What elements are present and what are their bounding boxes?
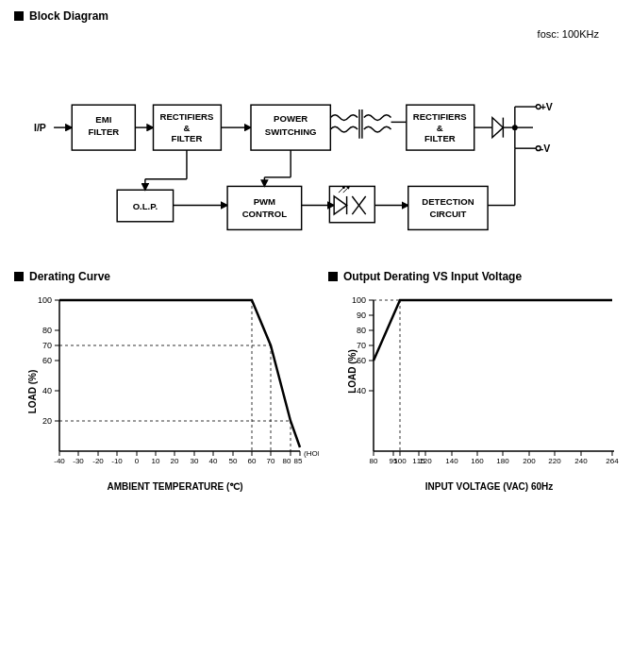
- svg-text:85: 85: [294, 457, 303, 465]
- svg-text:20: 20: [171, 457, 179, 465]
- svg-text:180: 180: [496, 457, 509, 465]
- output-derating-chart-container: 100 90 80 70 60 40 80 95: [328, 291, 632, 492]
- svg-text:60: 60: [357, 356, 366, 365]
- svg-text:&: &: [183, 123, 190, 133]
- svg-text:-30: -30: [73, 457, 84, 465]
- svg-text:&: &: [437, 123, 443, 133]
- svg-text:50: 50: [229, 457, 238, 465]
- output-derating-header: Output Derating VS Input Voltage: [328, 270, 632, 283]
- svg-text:FILTER: FILTER: [172, 133, 203, 143]
- output-derating-title: Output Derating VS Input Voltage: [343, 270, 522, 283]
- svg-line-47: [352, 196, 365, 214]
- svg-text:80: 80: [370, 457, 378, 465]
- svg-text:I/P: I/P: [34, 122, 46, 133]
- svg-text:POWER: POWER: [274, 113, 308, 124]
- svg-text:-20: -20: [92, 457, 104, 465]
- svg-point-33: [536, 105, 541, 109]
- derating-chart-container: LOAD (%) 100 80 70: [14, 291, 319, 492]
- svg-text:100: 100: [38, 295, 52, 305]
- svg-marker-42: [334, 196, 346, 214]
- derating-title: Derating Curve: [29, 270, 110, 283]
- svg-text:-V: -V: [541, 143, 551, 154]
- svg-text:EMI: EMI: [95, 114, 111, 125]
- fosc-label: fosc: 100KHz: [14, 28, 618, 40]
- svg-marker-23: [492, 118, 504, 138]
- derating-header: Derating Curve: [14, 270, 319, 283]
- diagram-area: I/P EMI FILTER RECTIFIERS & FILTER POWE: [14, 43, 618, 260]
- svg-point-25: [512, 125, 518, 130]
- svg-text:+V: +V: [541, 101, 553, 112]
- svg-text:RECTIFIERS: RECTIFIERS: [159, 111, 214, 122]
- svg-text:-40: -40: [54, 457, 65, 465]
- svg-text:70: 70: [357, 341, 366, 350]
- svg-line-45: [343, 186, 350, 193]
- svg-text:120: 120: [419, 457, 432, 465]
- output-derating-svg: 100 90 80 70 60 40 80 95: [345, 291, 632, 479]
- svg-text:20: 20: [42, 416, 52, 426]
- output-derating-x-label: INPUT VOLTAGE (VAC) 60Hz: [345, 481, 632, 492]
- page: Block Diagram fosc: 100KHz I/P EMI FILTE…: [0, 0, 632, 672]
- svg-text:160: 160: [471, 457, 484, 465]
- output-derating-square: [328, 272, 338, 281]
- derating-x-label: AMBIENT TEMPERATURE (℃): [31, 481, 319, 492]
- block-diagram-title: Block Diagram: [29, 9, 108, 23]
- svg-text:70: 70: [267, 457, 275, 465]
- svg-text:40: 40: [357, 386, 366, 395]
- svg-text:40: 40: [209, 457, 218, 465]
- svg-line-46: [352, 196, 365, 214]
- svg-text:PWM: PWM: [254, 196, 275, 207]
- svg-rect-50: [408, 186, 488, 229]
- svg-text:140: 140: [445, 457, 458, 465]
- derating-curve-section: Derating Curve LOAD (%) 100 80: [14, 270, 319, 492]
- svg-text:30: 30: [191, 457, 199, 465]
- svg-rect-2: [72, 105, 135, 150]
- svg-text:220: 220: [548, 457, 561, 465]
- svg-text:100: 100: [352, 295, 366, 305]
- svg-text:(HORIZONTAL): (HORIZONTAL): [304, 449, 319, 458]
- svg-rect-48: [329, 186, 374, 222]
- svg-text:80: 80: [357, 326, 366, 335]
- svg-text:FILTER: FILTER: [88, 126, 119, 137]
- svg-text:RECTIFIERS: RECTIFIERS: [413, 111, 468, 122]
- block-diagram-header: Block Diagram: [14, 9, 618, 23]
- svg-rect-6: [154, 105, 222, 150]
- block-diagram-section: Block Diagram fosc: 100KHz I/P EMI FILTE…: [14, 9, 618, 260]
- svg-text:70: 70: [42, 341, 52, 350]
- svg-text:CIRCUIT: CIRCUIT: [429, 209, 466, 219]
- svg-text:240: 240: [574, 457, 588, 465]
- svg-text:FILTER: FILTER: [424, 133, 456, 143]
- derating-square: [14, 272, 24, 281]
- svg-text:10: 10: [152, 457, 160, 465]
- svg-line-44: [339, 186, 345, 193]
- svg-text:CONTROL: CONTROL: [242, 209, 288, 219]
- diagram-svg: I/P EMI FILTER RECTIFIERS & FILTER POWE: [14, 43, 618, 260]
- svg-rect-35: [117, 190, 173, 222]
- svg-rect-18: [407, 105, 474, 150]
- svg-rect-38: [227, 186, 302, 229]
- svg-text:100: 100: [393, 457, 407, 465]
- derating-svg: 100 80 70 60 40 20 -40 -30: [31, 291, 319, 479]
- svg-text:90: 90: [357, 311, 366, 320]
- svg-rect-11: [251, 105, 330, 150]
- output-derating-y-label: LOAD (%): [347, 349, 358, 394]
- derating-y-label: LOAD (%): [27, 369, 38, 413]
- svg-text:80: 80: [283, 457, 291, 465]
- svg-text:60: 60: [42, 356, 52, 365]
- svg-text:60: 60: [248, 457, 257, 465]
- svg-text:40: 40: [42, 386, 52, 395]
- svg-point-34: [536, 146, 541, 151]
- svg-text:80: 80: [42, 326, 52, 335]
- svg-text:264: 264: [606, 457, 619, 465]
- svg-text:-10: -10: [111, 457, 123, 465]
- svg-text:200: 200: [523, 457, 536, 465]
- svg-text:DETECTION: DETECTION: [422, 196, 474, 207]
- svg-text:O.L.P.: O.L.P.: [133, 201, 158, 211]
- output-derating-section: Output Derating VS Input Voltage 100 90 …: [328, 270, 632, 492]
- svg-text:SWITCHING: SWITCHING: [265, 126, 317, 137]
- section-square: [14, 11, 24, 21]
- svg-text:0: 0: [135, 457, 140, 465]
- charts-row: Derating Curve LOAD (%) 100 80: [14, 270, 618, 492]
